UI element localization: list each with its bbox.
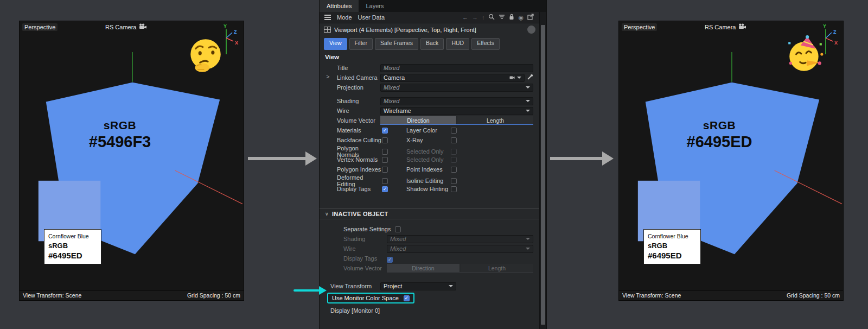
inactive-object-header[interactable]: ∨ INACTIVE OBJECT	[320, 208, 546, 219]
row-separate-settings: Separate Settings	[320, 224, 546, 234]
expand-chevron[interactable]: >	[326, 73, 329, 80]
check-row-materials: Materials Layer Color	[320, 125, 546, 135]
perspective-menu[interactable]: Perspective	[22, 23, 58, 31]
backface-culling-checkbox[interactable]	[382, 137, 388, 143]
attributes-panel: Attributes Layers Mode User Data ← → ↑ ◉…	[319, 0, 547, 329]
isoline-editing-checkbox[interactable]	[451, 178, 457, 184]
srgb-label: sRGB	[52, 119, 188, 132]
up-arrow-icon[interactable]: ↑	[482, 14, 485, 21]
row-projection: Projection Mixed	[320, 83, 546, 92]
swatch-name: Cornflower Blue	[648, 233, 697, 239]
selected-only-checkbox	[451, 149, 457, 155]
group-tab-effects[interactable]: Effects	[471, 38, 500, 50]
check-row-polygon-indexes: Polygon Indexes Point Indexes	[320, 164, 546, 174]
camera-link-icon[interactable]	[509, 74, 515, 81]
focus-target-icon[interactable]: ◉	[518, 14, 524, 21]
group-tab-filter[interactable]: Filter	[349, 38, 373, 50]
group-tab-view[interactable]: View	[324, 38, 347, 50]
dropdown-arrow-icon	[526, 100, 530, 102]
swatch-srgb: sRGB	[48, 242, 97, 250]
camera-icon[interactable]	[738, 23, 746, 30]
viewport-statusbar: View Transform: Scene Grid Spacing : 50 …	[619, 290, 843, 300]
flow-arrow-right	[550, 157, 602, 160]
filter-icon[interactable]	[499, 14, 505, 21]
title-field[interactable]: Mixed	[380, 64, 533, 72]
polygon-indexes-checkbox[interactable]	[382, 167, 388, 173]
view-transform-dropdown[interactable]: Project	[380, 282, 456, 290]
check-row-backface: Backface Culling X-Ray	[320, 135, 546, 145]
selected-only-checkbox	[451, 157, 457, 163]
viewport-icon	[324, 27, 331, 34]
separate-settings-checkbox[interactable]	[395, 226, 401, 232]
layer-color-checkbox[interactable]	[451, 128, 457, 134]
check-row-polygon-normals: Polygon Normals Selected Only	[320, 145, 546, 155]
shading-dropdown[interactable]: Mixed	[380, 97, 533, 105]
row-shading: Shading Mixed	[320, 96, 546, 106]
eyedropper-icon[interactable]	[527, 73, 533, 83]
attribute-group-tabs: View Filter Safe Frames Back HUD Effects	[320, 36, 546, 50]
use-monitor-color-space-checkbox[interactable]	[404, 295, 410, 301]
dropdown-arrow-icon[interactable]	[517, 77, 521, 79]
volume-vector-length-button[interactable]: Length	[457, 116, 533, 124]
axis-z-label: Z	[833, 29, 837, 35]
x-ray-checkbox[interactable]	[451, 137, 457, 143]
point-indexes-checkbox[interactable]	[451, 167, 457, 173]
projection-dropdown[interactable]: Mixed	[380, 84, 533, 92]
lock-icon[interactable]	[509, 14, 514, 21]
camera-label[interactable]: RS Camera	[105, 24, 136, 30]
row-volume-vector: Volume Vector Direction Length	[320, 116, 546, 125]
swatch-hex: #6495ED	[648, 251, 697, 260]
axis-y-label: Y	[224, 23, 227, 29]
view-transform-status: View Transform: Scene	[23, 292, 81, 299]
external-window-icon[interactable]	[527, 14, 534, 21]
back-arrow-icon[interactable]: ←	[462, 14, 468, 21]
check-row-deformed-editing: Deformed Editing Isoline Editing	[320, 174, 546, 184]
deformed-editing-checkbox[interactable]	[382, 178, 388, 184]
volume-vector-direction-button[interactable]: Direction	[380, 116, 456, 124]
use-monitor-color-space-label: Use Monitor Color Space	[332, 295, 399, 301]
menu-user-data[interactable]: User Data	[358, 14, 385, 21]
swatch-hex: #6495ED	[48, 251, 97, 260]
grid-spacing-status: Grid Spacing : 50 cm	[187, 292, 240, 299]
hex-value: #6495ED	[652, 133, 787, 151]
forward-arrow-icon[interactable]: →	[472, 14, 478, 21]
group-tab-hud[interactable]: HUD	[446, 38, 469, 50]
display-tags-checkbox[interactable]	[382, 186, 388, 192]
color-swatch-card: Cornflower Blue sRGB #6495ED	[44, 229, 101, 264]
flow-arrow-left-head	[305, 151, 317, 166]
check-row-vertex-normals: Vertex Normals Selected Only	[320, 155, 546, 164]
row-inactive-display-tags: Display Tags	[320, 254, 546, 263]
camera-label[interactable]: RS Camera	[705, 24, 736, 30]
shadow-hinting-checkbox[interactable]	[451, 186, 457, 192]
group-tab-safe-frames[interactable]: Safe Frames	[375, 38, 418, 50]
panel-menu-bar: Mode User Data ← → ↑ ◉	[320, 12, 546, 23]
wire-dropdown[interactable]: Wireframe	[380, 107, 533, 115]
perspective-menu[interactable]: Perspective	[622, 23, 657, 31]
linked-camera-field[interactable]: Camera	[380, 74, 525, 82]
camera-icon[interactable]	[139, 23, 147, 30]
tab-attributes[interactable]: Attributes	[320, 0, 359, 12]
polygon-normals-checkbox[interactable]	[382, 149, 388, 155]
materials-checkbox[interactable]	[382, 128, 388, 134]
row-wire: Wire Wireframe	[320, 106, 546, 116]
object-title-row: Viewport (4 Elements) [Perspective, Top,…	[320, 23, 546, 36]
viewport-after: Perspective RS Camera Y Z X	[618, 21, 844, 301]
axis-z-label: Z	[234, 29, 237, 35]
menu-mode[interactable]: Mode	[337, 14, 352, 21]
use-monitor-color-space-highlight: Use Monitor Color Space	[327, 293, 414, 303]
inactive-display-tags-checkbox	[387, 257, 393, 263]
preview-orb	[527, 26, 535, 34]
panel-scrollbar[interactable]	[539, 12, 546, 329]
shape-color-readout: sRGB #5496F3	[52, 119, 188, 151]
viewport-before: Perspective RS Camera Y Z X sRGB #5496F3	[19, 21, 244, 301]
search-icon[interactable]	[488, 14, 495, 21]
hamburger-menu-icon[interactable]	[324, 14, 331, 21]
swatch-name: Cornflower Blue	[48, 233, 97, 239]
tab-layers[interactable]: Layers	[359, 0, 391, 12]
scrollbar-thumb[interactable]	[541, 25, 545, 325]
group-tab-back[interactable]: Back	[420, 38, 444, 50]
dropdown-arrow-icon	[526, 248, 530, 250]
vertex-normals-checkbox[interactable]	[382, 157, 388, 163]
row-linked-camera: > Linked Camera Camera	[320, 73, 546, 83]
inactive-shading-dropdown: Mixed	[387, 235, 533, 243]
